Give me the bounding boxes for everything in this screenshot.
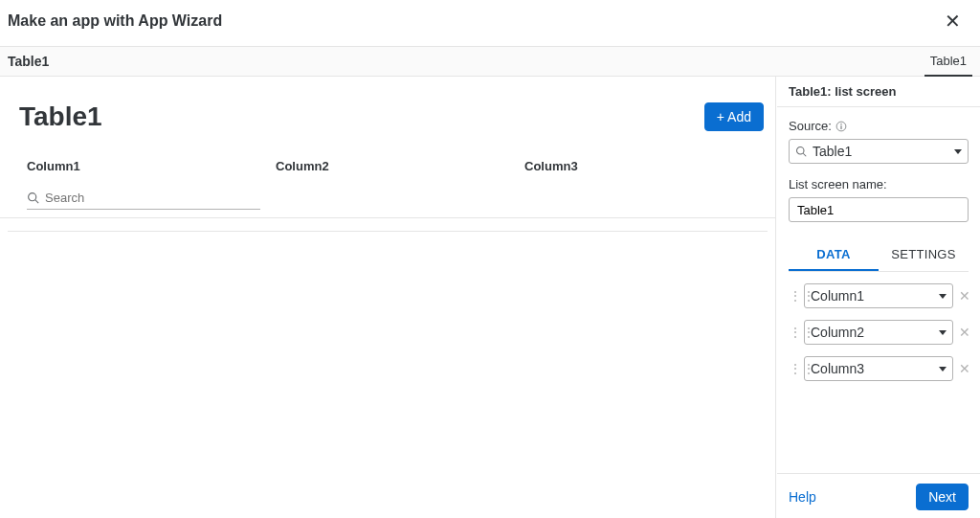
page-title: Table1 [19,101,102,132]
main-row: Table1 + Add Column1 Column2 Column3 Tab… [0,77,980,518]
svg-point-0 [29,193,36,201]
search-icon [27,191,39,204]
data-column-row: ⋮⋮ Column2 ✕ [789,320,969,345]
help-link-label: Help [789,489,816,505]
column-select[interactable]: Column3 [804,356,953,381]
panel-tabs: DATA SETTINGS [789,239,969,272]
data-column-row: ⋮⋮ Column1 ✕ [789,283,969,308]
tab-settings[interactable]: SETTINGS [879,239,969,271]
chevron-down-icon [954,149,962,154]
tab-strip: Table1 Table1 [0,46,980,77]
drag-handle-icon[interactable]: ⋮⋮ [789,288,798,304]
page-header: Table1 + Add [0,77,775,146]
drag-handle-icon[interactable]: ⋮⋮ [789,361,798,376]
tab-data-label: DATA [816,247,850,261]
add-button-label: + Add [717,109,751,124]
search-input[interactable] [45,191,260,205]
source-label-row: Source: [789,119,969,133]
table-row [8,218,768,232]
svg-point-3 [840,124,841,124]
column-select-value: Column2 [811,325,864,340]
source-select[interactable]: Table1 [789,139,969,164]
column-select-value: Column1 [811,288,864,304]
tab-table1[interactable]: Table1 [924,46,972,77]
svg-rect-4 [840,125,841,129]
add-button[interactable]: + Add [704,102,764,131]
list-name-input[interactable] [789,197,969,222]
column-header: Column2 [276,159,524,173]
tab-data[interactable]: DATA [789,239,879,271]
side-panel-body: Source: Table1 List screen name: DATA [777,107,980,473]
remove-column-icon[interactable]: ✕ [959,325,969,340]
tab-settings-label: SETTINGS [891,247,955,261]
remove-column-icon[interactable]: ✕ [959,361,969,376]
tab-left-label: Table1 [8,54,49,69]
chevron-down-icon [939,330,947,335]
svg-line-1 [35,200,38,203]
side-panel-title: Table1: list screen [777,77,980,107]
next-button-label: Next [928,489,956,505]
remove-column-icon[interactable]: ✕ [959,288,969,304]
source-label: Source: [789,119,832,133]
app-title: Make an app with App Wizard [8,12,222,30]
search-input-wrap[interactable] [27,191,260,210]
search-icon [795,146,807,157]
column-select[interactable]: Column2 [804,320,953,345]
svg-line-6 [803,153,806,156]
info-icon[interactable] [835,121,847,132]
chevron-down-icon [939,367,947,372]
next-button[interactable]: Next [916,484,969,510]
side-panel-footer: Help Next [777,473,980,518]
drag-handle-icon[interactable]: ⋮⋮ [789,325,798,340]
source-select-value: Table1 [813,144,852,159]
chevron-down-icon [939,294,947,299]
side-panel: Table1: list screen Source: Table1 List … [776,77,980,518]
svg-point-5 [797,147,805,155]
help-link[interactable]: Help [789,489,816,505]
column-select-value: Column3 [811,361,864,376]
data-column-row: ⋮⋮ Column3 ✕ [789,356,969,381]
search-row [0,183,775,218]
close-icon[interactable]: ✕ [945,11,961,31]
column-select[interactable]: Column1 [804,283,953,308]
preview-pane: Table1 + Add Column1 Column2 Column3 [0,77,776,518]
column-header: Column3 [524,159,773,173]
columns-header-row: Column1 Column2 Column3 [0,146,775,183]
tab-table1-label: Table1 [930,54,967,68]
title-bar: Make an app with App Wizard ✕ [0,0,980,46]
column-header: Column1 [27,159,276,173]
list-name-label: List screen name: [789,177,969,191]
